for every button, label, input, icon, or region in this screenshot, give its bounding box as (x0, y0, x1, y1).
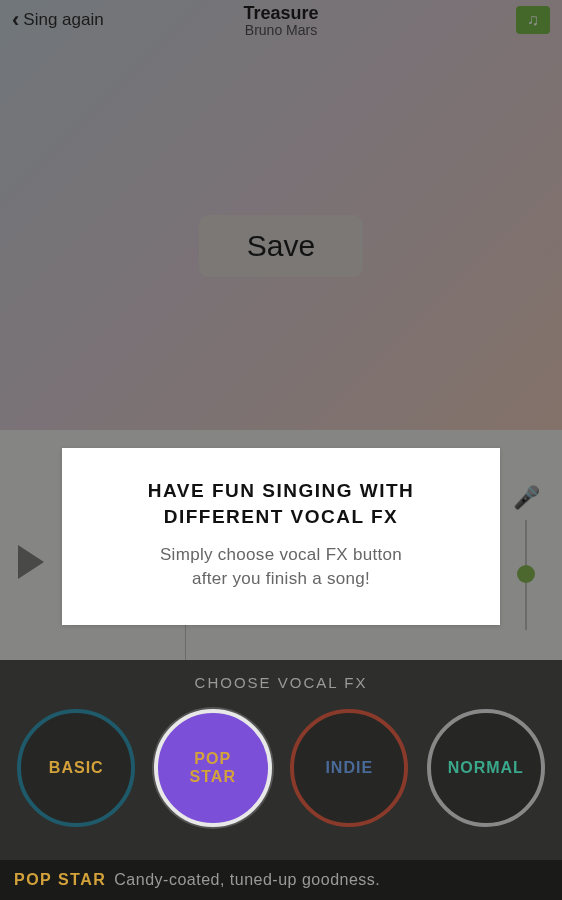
fx-label: POPSTAR (190, 750, 236, 787)
selected-fx-description: Candy-coated, tuned-up goodness. (114, 871, 380, 889)
save-button[interactable]: Save (199, 215, 363, 277)
microphone-icon: 🎤 (513, 485, 540, 511)
tooltip-body-line1: Simply choose vocal FX button (160, 545, 402, 564)
music-icon[interactable]: ♫ (516, 6, 550, 34)
fx-label: NORMAL (448, 759, 524, 777)
fx-heading: CHOOSE VOCAL FX (0, 674, 562, 691)
app-screen: ‹ Sing again Treasure Bruno Mars ♫ Save … (0, 0, 562, 900)
fx-option-indie[interactable]: INDIE (290, 709, 408, 827)
back-label: Sing again (23, 10, 103, 30)
back-button[interactable]: ‹ Sing again (12, 9, 104, 31)
selected-fx-name: POP STAR (14, 871, 106, 889)
tooltip-body: Simply choose vocal FX button after you … (88, 543, 474, 591)
tooltip-title-line2: DIFFERENT VOCAL FX (164, 506, 399, 527)
tooltip-title-line1: HAVE FUN SINGING WITH (148, 480, 415, 501)
play-icon[interactable] (18, 545, 44, 579)
fx-option-basic[interactable]: BASIC (17, 709, 135, 827)
fx-label: BASIC (49, 759, 104, 777)
fx-label: INDIE (325, 759, 373, 777)
volume-slider-thumb[interactable] (517, 565, 535, 583)
fx-options-row: BASIC POPSTAR INDIE NORMAL (0, 709, 562, 827)
tooltip-card: HAVE FUN SINGING WITH DIFFERENT VOCAL FX… (62, 448, 500, 625)
top-bar: ‹ Sing again Treasure Bruno Mars ♫ (0, 0, 562, 40)
vocal-fx-panel: CHOOSE VOCAL FX BASIC POPSTAR INDIE NORM… (0, 660, 562, 860)
tooltip-title: HAVE FUN SINGING WITH DIFFERENT VOCAL FX (88, 478, 474, 529)
chevron-left-icon: ‹ (12, 9, 19, 31)
fx-option-popstar[interactable]: POPSTAR (154, 709, 272, 827)
tooltip-body-line2: after you finish a song! (192, 569, 370, 588)
fx-description-bar: POP STAR Candy-coated, tuned-up goodness… (0, 860, 562, 900)
fx-option-normal[interactable]: NORMAL (427, 709, 545, 827)
